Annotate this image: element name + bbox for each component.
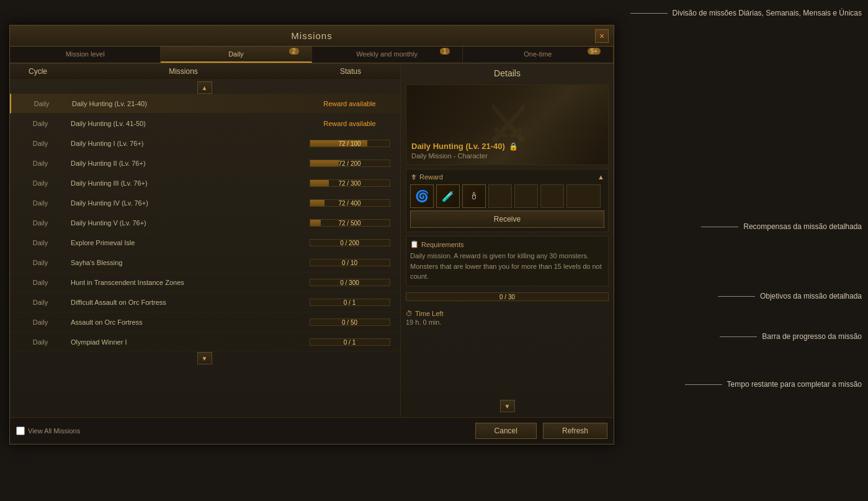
- annotation-rewards: Recompensas da missão detalhada: [701, 222, 862, 231]
- bottom-bar: View All Missions Cancel Refresh: [10, 417, 614, 444]
- view-all-missions-label[interactable]: View All Missions: [16, 427, 80, 435]
- mission-name: Daily Hunting III (Lv. 76+): [68, 179, 302, 187]
- tab-weekly-badge: 1: [440, 48, 450, 55]
- mission-name: Daily Hunting (Lv. 41-50): [68, 120, 302, 127]
- close-button[interactable]: ×: [595, 29, 609, 43]
- annotation-division: Divisão de missões Diárias, Semanais, Me…: [630, 9, 862, 17]
- progress-bar-bg: 0 / 10: [310, 259, 390, 266]
- mission-progress-section: 0 / 30: [406, 290, 609, 304]
- progress-bar-bg: 72 / 500: [310, 219, 390, 227]
- progress-bar-container: 0 / 200: [310, 239, 390, 246]
- time-icon: ⏱: [406, 310, 413, 317]
- mission-cycle: Daily: [12, 219, 68, 227]
- time-header-text: Time Left: [415, 310, 443, 317]
- table-row[interactable]: Daily Daily Hunting III (Lv. 76+) 72 / 3…: [10, 173, 400, 193]
- tab-weekly-monthly[interactable]: 1 Weekly and monthly: [312, 47, 463, 63]
- mission-status: 72 / 300: [302, 179, 398, 187]
- mission-cycle: Daily: [12, 299, 68, 306]
- item-spiral-icon: 🌀: [415, 189, 429, 203]
- mission-name: Hunt in Transcendent Instance Zones: [68, 279, 302, 286]
- table-row[interactable]: Daily Daily Hunting (Lv. 41-50) Reward a…: [10, 114, 400, 133]
- reward-header: 🗡 Reward ▲: [410, 173, 604, 181]
- tab-onetime-label: One-time: [524, 50, 552, 58]
- reward-item-1[interactable]: 🌀: [410, 184, 434, 208]
- mission-cycle: Daily: [12, 140, 68, 147]
- tab-onetime-badge: 9+: [588, 48, 601, 55]
- header-status: Status: [301, 67, 400, 76]
- annotation-objectives: Objetivos da missão detalhada: [718, 292, 862, 300]
- progress-text: 0 / 300: [310, 279, 390, 286]
- mission-name: Difficult Assault on Orc Fortress: [68, 299, 302, 306]
- table-row[interactable]: Daily Daily Hunting IV (Lv. 76+) 72 / 40…: [10, 193, 400, 213]
- mission-cycle: Daily: [12, 120, 68, 127]
- progress-bar-container: 72 / 300: [310, 179, 390, 187]
- tab-one-time[interactable]: 9+ One-time: [463, 47, 614, 63]
- progress-text: 0 / 1: [310, 339, 390, 346]
- reward-item-extra: [566, 184, 601, 208]
- refresh-button[interactable]: Refresh: [543, 423, 607, 439]
- mission-status: 0 / 300: [302, 279, 398, 286]
- table-row[interactable]: Daily Olympiad Winner I 0 / 1: [10, 332, 400, 352]
- receive-button[interactable]: Receive: [410, 210, 604, 228]
- mission-name: Daily Hunting II (Lv. 76+): [68, 160, 302, 167]
- table-row[interactable]: Daily Daily Hunting V (Lv. 76+) 72 / 500: [10, 213, 400, 233]
- requirements-header-text: Requirements: [421, 241, 463, 248]
- table-row[interactable]: Daily Hunt in Transcendent Instance Zone…: [10, 273, 400, 292]
- header-cycle: Cycle: [10, 67, 66, 76]
- table-row[interactable]: Daily Difficult Assault on Orc Fortress …: [10, 292, 400, 312]
- details-scroll-down[interactable]: ▼: [500, 400, 515, 412]
- progress-bar-container: 0 / 300: [310, 279, 390, 286]
- progress-text: 0 / 50: [310, 319, 390, 326]
- mission-status: 0 / 10: [302, 259, 398, 266]
- reward-available-text: Reward available: [323, 100, 375, 107]
- table-row[interactable]: Daily Daily Hunting II (Lv. 76+) 72 / 20…: [10, 153, 400, 173]
- annotation-container: Divisão de missões Diárias, Semanais, Me…: [607, 0, 868, 501]
- cancel-button[interactable]: Cancel: [475, 423, 537, 439]
- reward-header-text: Reward: [419, 173, 443, 181]
- table-row[interactable]: Daily Daily Hunting I (Lv. 76+) 72 / 100: [10, 133, 400, 153]
- table-row[interactable]: Daily Daily Hunting (Lv. 21-40) Reward a…: [10, 94, 400, 114]
- reward-item-3[interactable]: 🕯: [462, 184, 486, 208]
- reward-item-2[interactable]: 🧪: [436, 184, 460, 208]
- tab-daily-label: Daily: [228, 50, 243, 58]
- item-potion-icon: 🧪: [442, 191, 454, 202]
- table-row[interactable]: Daily Explore Primeval Isle 0 / 200: [10, 233, 400, 253]
- requirements-text: Daily mission. A reward is given for kil…: [410, 251, 604, 282]
- mission-image-area: ⚔ Daily Hunting (Lv. 21-40) 🔒 Daily Miss…: [406, 84, 609, 165]
- dialog-titlebar: Missions ×: [10, 25, 614, 47]
- tab-mission-level[interactable]: Mission level: [10, 47, 161, 63]
- mission-status: 0 / 200: [302, 239, 398, 246]
- scroll-down-button[interactable]: ▼: [197, 352, 212, 364]
- progress-text: 72 / 300: [310, 180, 390, 187]
- annotation-progress: Barra de progresso da missão: [720, 332, 862, 341]
- reward-expand-icon[interactable]: ▲: [597, 173, 604, 181]
- reward-items-row: 🌀 🧪 🕯: [410, 184, 604, 208]
- progress-bar-bg: 0 / 1: [310, 299, 390, 306]
- mission-detail-title: Daily Hunting (Lv. 21-40): [411, 142, 505, 151]
- progress-bar-bg: 0 / 200: [310, 239, 390, 246]
- progress-bar-container: 0 / 1: [310, 338, 390, 346]
- details-title: Details: [406, 68, 609, 78]
- mission-name: Olympiad Winner I: [68, 338, 302, 346]
- scroll-up-button[interactable]: ▲: [197, 81, 212, 94]
- table-row[interactable]: Daily Sayha's Blessing 0 / 10: [10, 253, 400, 273]
- view-all-missions-checkbox[interactable]: [16, 427, 25, 435]
- progress-bar-bg: 0 / 300: [310, 279, 390, 286]
- tab-daily[interactable]: 2 Daily: [161, 47, 311, 63]
- progress-text: 72 / 400: [310, 200, 390, 207]
- mission-detail-subtitle: Daily Mission - Character: [411, 152, 518, 160]
- progress-bar-bg: 72 / 100: [310, 140, 390, 147]
- content-area: Cycle Missions Status ▲ Daily Daily Hunt…: [10, 63, 614, 417]
- list-body[interactable]: ▲ Daily Daily Hunting (Lv. 21-40) Reward…: [10, 80, 400, 417]
- mission-cycle: Daily: [14, 100, 69, 107]
- mission-name: Daily Hunting IV (Lv. 76+): [68, 199, 302, 207]
- mission-status: 72 / 500: [302, 219, 398, 227]
- table-row[interactable]: Daily Assault on Orc Fortress 0 / 50: [10, 312, 400, 332]
- mission-cycle: Daily: [12, 338, 68, 346]
- progress-bar-container: 0 / 1: [310, 299, 390, 306]
- progress-bar-container: 72 / 500: [310, 219, 390, 227]
- header-missions: Missions: [66, 67, 301, 76]
- tabs-bar: Mission level 2 Daily 1 Weekly and month…: [10, 47, 614, 63]
- progress-text: 72 / 200: [310, 160, 390, 167]
- progress-text: 0 / 1: [310, 299, 390, 306]
